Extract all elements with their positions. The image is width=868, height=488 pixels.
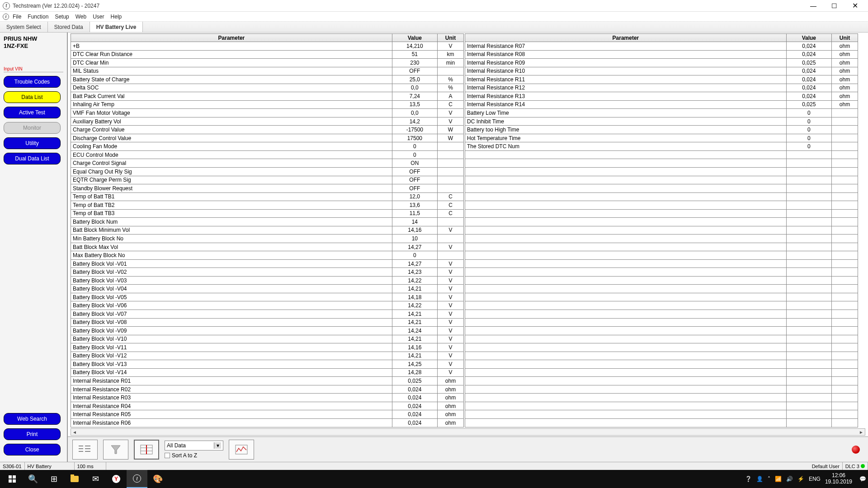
web-search-button[interactable]: Web Search <box>4 413 61 425</box>
search-button[interactable]: 🔍 <box>23 470 43 488</box>
col-value-r[interactable]: Value <box>786 34 831 42</box>
table-row[interactable]: Battery Block Vol -V1214,21V <box>71 352 464 360</box>
input-vin-label[interactable]: Input VIN <box>4 66 63 71</box>
data-filter-select[interactable]: All Data ▾ <box>165 441 223 450</box>
table-row[interactable]: Internal Resistance R030,024ohm <box>71 394 464 402</box>
table-row[interactable]: Batt Pack Current Val7,24A <box>71 92 464 101</box>
table-row[interactable]: Internal Resistance R090,025ohm <box>465 59 858 67</box>
col-value[interactable]: Value <box>392 34 437 42</box>
table-row[interactable]: DC Inhibit Time0 <box>465 117 858 126</box>
table-row[interactable]: Battery Block Vol -V0314,22V <box>71 276 464 285</box>
chevron-up-icon[interactable]: ˄ <box>768 476 770 482</box>
table-row[interactable]: Internal Resistance R040,024ohm <box>71 402 464 410</box>
close-button[interactable]: Close <box>4 444 61 455</box>
col-unit[interactable]: Unit <box>437 34 463 42</box>
data-table-left[interactable]: Parameter Value Unit +B14,210VDTC Clear … <box>71 33 464 427</box>
tab-hv-battery-live[interactable]: HV Battery Live <box>90 22 143 32</box>
menu-setup[interactable]: Setup <box>55 14 69 20</box>
paint-button[interactable]: 🎨 <box>147 470 168 488</box>
table-row[interactable]: ECU Control Mode0 <box>71 150 464 159</box>
techstream-task[interactable]: t <box>127 470 147 488</box>
graph-button[interactable] <box>229 440 254 460</box>
table-row[interactable]: Cooling Fan Mode0 <box>71 142 464 151</box>
table-row[interactable]: +B14,210V <box>71 42 464 51</box>
table-row[interactable]: Internal Resistance R140,025ohm <box>465 100 858 109</box>
help-tray-icon[interactable]: ❔ <box>745 476 752 482</box>
table-row[interactable]: The Stored DTC Num0 <box>465 142 858 151</box>
col-parameter[interactable]: Parameter <box>71 34 392 42</box>
table-row[interactable]: Battery Block Vol -V0214,23V <box>71 268 464 277</box>
table-row[interactable]: VMF Fan Motor Voltage0,0V <box>71 109 464 117</box>
table-row[interactable]: Internal Resistance R070,024ohm <box>465 42 858 51</box>
table-row[interactable]: MIL StatusOFF <box>71 67 464 75</box>
table-row[interactable]: Temp of Batt TB311,5C <box>71 209 464 218</box>
network-tray-icon[interactable]: 📶 <box>775 476 782 482</box>
scroll-left-icon[interactable]: ◄ <box>71 430 78 435</box>
print-button[interactable]: Print <box>4 428 61 440</box>
table-row[interactable]: Hot Temperature Time0 <box>465 134 858 142</box>
table-row[interactable]: Discharge Control Value17500W <box>71 134 464 142</box>
table-row[interactable]: Internal Resistance R020,024ohm <box>71 385 464 394</box>
table-row[interactable]: Battery Block Vol -V1114,16V <box>71 343 464 352</box>
table-row[interactable]: Battery Block Vol -V0714,21V <box>71 310 464 319</box>
table-row[interactable]: Battery Block Vol -V1414,28V <box>71 368 464 377</box>
table-row[interactable]: Auxiliary Battery Vol14,2V <box>71 117 464 126</box>
menu-file[interactable]: File <box>13 14 21 20</box>
table-row[interactable]: EQTR Charge Perm SigOFF <box>71 176 464 184</box>
table-row[interactable]: Battery State of Charge25,0% <box>71 75 464 84</box>
menu-web[interactable]: Web <box>75 14 86 20</box>
data-layout-button[interactable] <box>134 440 159 460</box>
table-row[interactable]: Inhaling Air Temp13,5C <box>71 100 464 109</box>
table-row[interactable]: Battery Block Vol -V0814,21V <box>71 318 464 327</box>
table-row[interactable]: Internal Resistance R010,025ohm <box>71 377 464 385</box>
table-row[interactable]: Internal Resistance R120,024ohm <box>465 84 858 92</box>
table-row[interactable]: Internal Resistance R110,024ohm <box>465 75 858 84</box>
dual-data-list-button[interactable]: Dual Data List <box>4 153 61 164</box>
task-view-button[interactable]: ⊞ <box>43 470 64 488</box>
table-row[interactable]: Max Battery Block No0 <box>71 251 464 260</box>
table-row[interactable]: Temp of Batt TB112,0C <box>71 192 464 201</box>
table-row[interactable]: Charge Control SignalON <box>71 159 464 168</box>
people-tray-icon[interactable]: 👤 <box>756 476 763 482</box>
minimize-button[interactable]: — <box>803 0 824 12</box>
table-row[interactable]: Standby Blower RequestOFF <box>71 184 464 193</box>
table-row[interactable]: Batt Block Minimum Vol14,16V <box>71 226 464 235</box>
record-indicator[interactable] <box>852 446 860 454</box>
col-unit-r[interactable]: Unit <box>831 34 858 42</box>
table-row[interactable]: Battery Block Vol -V0114,27V <box>71 259 464 268</box>
table-row[interactable]: Internal Resistance R060,024ohm <box>71 418 464 427</box>
table-row[interactable]: Battery Block Num14 <box>71 218 464 226</box>
trouble-codes-button[interactable]: Trouble Codes <box>4 76 61 88</box>
close-window-button[interactable]: ✕ <box>844 0 865 12</box>
data-table-right[interactable]: Parameter Value Unit Internal Resistance… <box>465 33 858 427</box>
maximize-button[interactable]: ☐ <box>824 0 844 12</box>
table-row[interactable]: Batt Block Max Vol14,27V <box>71 243 464 251</box>
table-row[interactable]: Internal Resistance R050,024ohm <box>71 410 464 419</box>
table-row[interactable]: Battery Block Vol -V0614,22V <box>71 301 464 310</box>
table-row[interactable]: DTC Clear Run Distance51km <box>71 50 464 59</box>
taskbar-clock[interactable]: 12:06 19.10.2019 <box>825 473 852 485</box>
tab-system-select[interactable]: System Select <box>0 22 48 32</box>
table-row[interactable]: Temp of Batt TB213,6C <box>71 201 464 210</box>
table-row[interactable]: Battery Low Time0 <box>465 109 858 117</box>
notification-tray-icon[interactable]: 💬 <box>859 476 866 482</box>
table-row[interactable]: Charge Control Value-17500W <box>71 126 464 134</box>
data-list-button[interactable]: Data List <box>4 91 61 103</box>
battery-tray-icon[interactable]: ⚡ <box>797 476 804 482</box>
sort-a-to-z[interactable]: Sort A to Z <box>165 452 223 459</box>
start-button[interactable] <box>2 470 23 488</box>
table-row[interactable]: Internal Resistance R130,024ohm <box>465 92 858 101</box>
menu-function[interactable]: Function <box>28 14 48 20</box>
app-menu-icon[interactable]: t <box>3 14 9 20</box>
table-row[interactable]: DTC Clear Min230min <box>71 59 464 67</box>
lang-indicator[interactable]: ENG <box>809 476 821 482</box>
checkbox-icon[interactable] <box>165 453 170 458</box>
mail-button[interactable]: ✉ <box>85 470 106 488</box>
explorer-button[interactable] <box>64 470 85 488</box>
table-row[interactable]: Battery Block Vol -V1314,25V <box>71 360 464 369</box>
table-row[interactable]: Battery Block Vol -V0514,18V <box>71 293 464 301</box>
table-row[interactable]: Internal Resistance R100,024ohm <box>465 67 858 75</box>
col-parameter-r[interactable]: Parameter <box>465 34 787 42</box>
table-row[interactable]: Battery Block Vol -V0414,21V <box>71 285 464 293</box>
table-row[interactable]: Internal Resistance R080,024ohm <box>465 50 858 59</box>
